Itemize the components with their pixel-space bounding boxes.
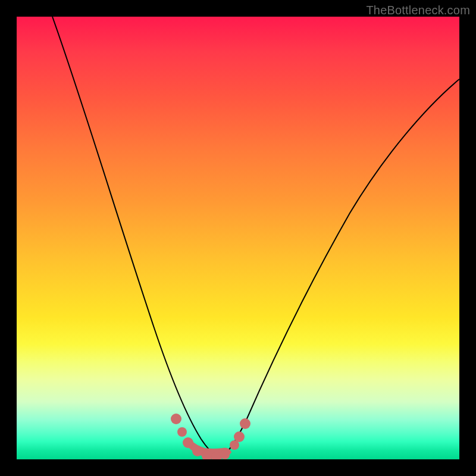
plot-area bbox=[17, 17, 459, 459]
marker-point bbox=[192, 446, 203, 456]
chart-container: TheBottleneck.com bbox=[0, 0, 476, 476]
chart-svg bbox=[17, 17, 459, 459]
marker-point bbox=[177, 427, 187, 437]
marker-cluster bbox=[171, 414, 250, 459]
marker-point bbox=[240, 418, 250, 429]
marker-point bbox=[220, 450, 230, 459]
marker-point bbox=[234, 431, 245, 442]
marker-point bbox=[183, 437, 193, 448]
bottleneck-curve bbox=[52, 17, 459, 457]
watermark-text: TheBottleneck.com bbox=[366, 4, 470, 17]
marker-point bbox=[171, 414, 181, 424]
